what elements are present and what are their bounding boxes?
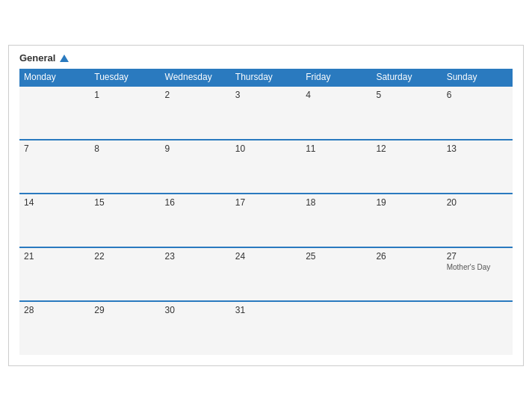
day-cell: 9 (161, 140, 231, 194)
day-number: 8 (94, 143, 155, 154)
day-cell: 8 (90, 140, 160, 194)
day-number: 10 (235, 143, 297, 154)
day-number: 5 (376, 90, 437, 100)
day-number: 25 (306, 251, 367, 262)
day-cell: 23 (161, 247, 231, 301)
day-number: 31 (235, 305, 297, 315)
day-number: 6 (447, 90, 508, 100)
day-cell (301, 301, 371, 355)
day-cell: 2 (161, 86, 231, 140)
day-number: 18 (306, 197, 367, 208)
day-cell: 26 (371, 247, 442, 301)
day-number: 16 (165, 197, 226, 208)
day-cell: 13 (442, 140, 513, 194)
calendar-table: MondayTuesdayWednesdayThursdayFridaySatu… (19, 69, 513, 355)
logo-triangle-icon (60, 55, 69, 62)
day-number: 17 (235, 197, 297, 208)
day-cell: 11 (301, 140, 371, 194)
weekday-header-friday: Friday (301, 69, 371, 86)
day-number: 28 (24, 305, 85, 315)
day-number: 11 (306, 143, 367, 154)
weekday-header-wednesday: Wednesday (161, 69, 231, 86)
day-number: 22 (94, 251, 155, 262)
day-cell: 10 (231, 140, 301, 194)
day-cell: 31 (231, 301, 301, 355)
day-cell: 14 (19, 194, 90, 247)
weekday-header-tuesday: Tuesday (90, 69, 160, 86)
day-cell (442, 301, 513, 355)
day-cell: 5 (371, 86, 442, 140)
week-row-3: 14151617181920 (19, 194, 513, 247)
day-cell: 22 (90, 247, 160, 301)
day-cell: 29 (90, 301, 160, 355)
day-cell: 28 (19, 301, 90, 355)
day-number: 7 (24, 143, 85, 154)
day-cell: 21 (19, 247, 90, 301)
holiday-label: Mother's Day (447, 263, 508, 271)
calendar-container: General MondayTuesdayWednesdayThursdayFr… (8, 45, 524, 365)
week-row-1: 123456 (19, 86, 513, 140)
day-cell: 4 (301, 86, 371, 140)
day-number: 15 (94, 197, 155, 208)
day-number: 2 (165, 90, 226, 100)
day-number: 19 (376, 197, 437, 208)
logo-general-text: General (19, 53, 69, 64)
day-cell: 25 (301, 247, 371, 301)
day-cell: 24 (231, 247, 301, 301)
day-number: 3 (235, 90, 297, 100)
day-cell: 16 (161, 194, 231, 247)
weekday-header-row: MondayTuesdayWednesdayThursdayFridaySatu… (19, 69, 513, 86)
weekday-header-thursday: Thursday (231, 69, 301, 86)
day-cell (371, 301, 442, 355)
day-number: 12 (376, 143, 437, 154)
day-cell: 30 (161, 301, 231, 355)
logo: General (19, 53, 69, 64)
day-cell (19, 86, 90, 140)
day-number: 29 (94, 305, 155, 315)
day-cell: 1 (90, 86, 160, 140)
day-number: 20 (447, 197, 508, 208)
weekday-header-sunday: Sunday (442, 69, 513, 86)
day-cell: 19 (371, 194, 442, 247)
day-number: 24 (235, 251, 297, 262)
day-number: 27 (447, 251, 508, 262)
day-cell: 12 (371, 140, 442, 194)
day-number: 13 (447, 143, 508, 154)
day-number: 1 (94, 90, 155, 100)
day-number: 21 (24, 251, 85, 262)
day-number: 14 (24, 197, 85, 208)
day-number: 26 (376, 251, 437, 262)
day-number: 4 (306, 90, 367, 100)
day-cell: 20 (442, 194, 513, 247)
week-row-5: 28293031 (19, 301, 513, 355)
day-number: 9 (165, 143, 226, 154)
weekday-header-saturday: Saturday (371, 69, 442, 86)
day-cell: 15 (90, 194, 160, 247)
day-cell: 27Mother's Day (442, 247, 513, 301)
week-row-4: 21222324252627Mother's Day (19, 247, 513, 301)
day-cell: 6 (442, 86, 513, 140)
day-cell: 17 (231, 194, 301, 247)
day-number: 23 (165, 251, 226, 262)
weekday-header-monday: Monday (19, 69, 90, 86)
day-cell: 7 (19, 140, 90, 194)
calendar-header: General (19, 53, 513, 64)
day-cell: 3 (231, 86, 301, 140)
week-row-2: 78910111213 (19, 140, 513, 194)
day-cell: 18 (301, 194, 371, 247)
day-number: 30 (165, 305, 226, 315)
